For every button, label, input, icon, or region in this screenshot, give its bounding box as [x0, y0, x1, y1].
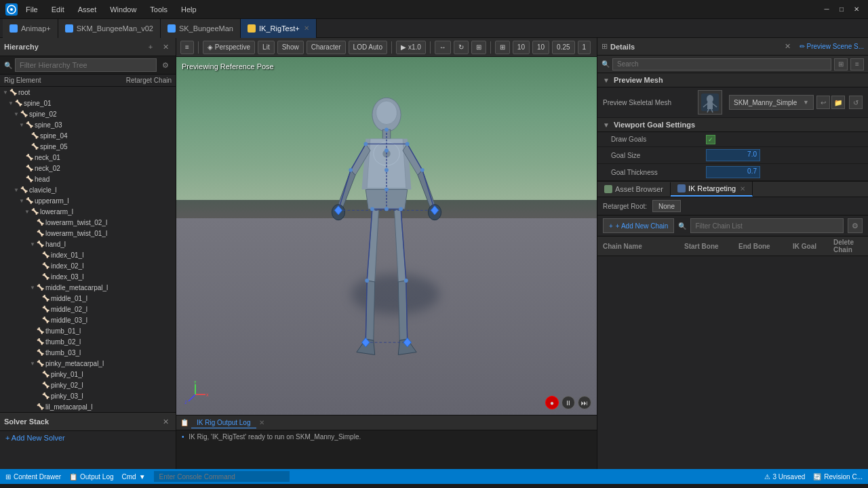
viewport-character-btn[interactable]: Character [307, 41, 346, 54]
bone-pinky02[interactable]: 🦴 pinky_02_l [0, 380, 176, 390]
viewport-num3-btn[interactable]: 0.25 [552, 41, 574, 54]
bone-thumb02[interactable]: 🦴 thumb_02_l [0, 336, 176, 347]
bone-upperarm-l[interactable]: ▼ 🦴 upperarm_l [0, 195, 176, 206]
chain-filter-input[interactable] [690, 218, 844, 233]
record-button[interactable]: ● [545, 396, 559, 409]
ik-retargeting-tab-close[interactable]: ✕ [740, 185, 745, 192]
hierarchy-close-btn[interactable]: ✕ [159, 41, 172, 53]
bone-middle03[interactable]: 🦴 middle_03_l [0, 314, 176, 325]
bone-root[interactable]: ▼ 🦴 root [0, 87, 176, 98]
maximize-button[interactable]: □ [835, 3, 848, 16]
mesh-open-btn[interactable]: 📁 [831, 96, 845, 109]
bone-middle02[interactable]: 🦴 middle_02_l [0, 304, 176, 314]
tab-skm-bungee[interactable]: SKM_BungeeMan_v02 [58, 19, 161, 38]
skeletal-mesh-selector[interactable]: SKM_Manny_Simple ▼ [729, 95, 814, 110]
close-button[interactable]: ✕ [850, 3, 863, 16]
mesh-reset-btn[interactable]: ↺ [849, 96, 863, 109]
viewport-grid-btn[interactable]: ⊞ [495, 41, 510, 54]
log-close-btn[interactable]: ✕ [259, 419, 264, 426]
viewport-translate-btn[interactable]: ↔ [435, 41, 451, 54]
viewport-num1-btn[interactable]: 10 [513, 41, 530, 54]
tab-sk-bungee[interactable]: SK_BungeeMan [161, 19, 241, 38]
viewport-lit-btn[interactable]: Lit [258, 41, 275, 54]
bone-hand-l[interactable]: ▼ 🦴 hand_l [0, 239, 176, 249]
details-view-list-btn[interactable]: ≡ [850, 58, 864, 70]
tab-ik-close[interactable]: ✕ [304, 24, 309, 32]
bone-spine01[interactable]: ▼ 🦴 spine_01 [0, 98, 176, 108]
forward-button[interactable]: ⏭ [578, 396, 591, 409]
add-chain-button[interactable]: + + Add New Chain [603, 218, 674, 233]
menu-window[interactable]: Window [107, 4, 139, 15]
menu-help[interactable]: Help [178, 4, 199, 15]
bone-middle-metacarpal[interactable]: ▼ 🦴 middle_metacarpal_l [0, 282, 176, 293]
bone-pinky03[interactable]: 🦴 pinky_03_l [0, 390, 176, 401]
tab-ik-rigtest[interactable]: IK_RigTest+ ✕ [241, 19, 317, 38]
retarget-root-dropdown[interactable]: None [652, 200, 681, 212]
bone-neck02[interactable]: 🦴 neck_02 [0, 163, 176, 174]
bone-neck01[interactable]: 🦴 neck_01 [0, 152, 176, 163]
bone-lowerarm-twist01[interactable]: 🦴 lowerarm_twist_01_l [0, 228, 176, 239]
details-search-input[interactable] [612, 58, 831, 70]
log-content: • IK Rig, 'IK_RigTest' ready to run on S… [176, 430, 597, 469]
chain-settings-btn[interactable]: ⚙ [848, 218, 863, 233]
viewport-rotate-btn[interactable]: ↻ [454, 41, 469, 54]
bone-index03[interactable]: 🦴 index_03_l [0, 271, 176, 282]
bone-thumb03[interactable]: 🦴 thumb_03_l [0, 347, 176, 358]
viewport-show-btn[interactable]: Show [277, 41, 304, 54]
draw-goals-checkbox[interactable]: ✓ [706, 135, 715, 144]
viewport-num2-btn[interactable]: 10 [532, 41, 549, 54]
output-log-btn[interactable]: 📋 Output Log [69, 473, 113, 481]
minimize-button[interactable]: ─ [821, 3, 833, 16]
viewport-goal-section-header[interactable]: ▼ Viewport Goal Settings [597, 118, 868, 132]
bone-lil-metacarpal[interactable]: 🦴 lil_metacarpal_l [0, 401, 176, 412]
hierarchy-search-input[interactable] [15, 58, 157, 72]
bone-spine02[interactable]: ▼ 🦴 spine_02 [0, 108, 176, 119]
bone-spine05[interactable]: 🦴 spine_05 [0, 141, 176, 152]
goal-thickness-input[interactable]: 0.7 [706, 166, 760, 178]
pause-button[interactable]: ⏸ [561, 396, 575, 409]
bone-index01[interactable]: 🦴 index_01_l [0, 249, 176, 260]
viewport-lod-btn[interactable]: LOD Auto [349, 41, 387, 54]
bone-lowerarm-l[interactable]: ▼ 🦴 lowerarm_l [0, 206, 176, 217]
bone-pinky01[interactable]: 🦴 pinky_01_l [0, 369, 176, 380]
hierarchy-settings-btn[interactable]: ⚙ [159, 59, 172, 71]
hierarchy-add-btn[interactable]: + [144, 41, 157, 53]
console-input[interactable] [154, 471, 290, 482]
solver-stack-close-btn[interactable]: ✕ [159, 415, 172, 428]
goal-size-input[interactable]: 7.0 [706, 149, 760, 161]
ik-retargeting-tab[interactable]: IK Retargeting ✕ [671, 182, 753, 197]
viewport-canvas[interactable]: Previewing Reference Pose X Y Z [176, 57, 597, 415]
details-view-grid-btn[interactable]: ⊞ [834, 58, 848, 70]
log-tab[interactable]: IK Rig Output Log [191, 418, 256, 428]
menu-file[interactable]: File [23, 4, 41, 15]
bone-middle01[interactable]: 🦴 middle_01_l [0, 293, 176, 304]
menu-edit[interactable]: Edit [49, 4, 67, 15]
details-close-btn[interactable]: ✕ [782, 41, 794, 53]
viewport-play-btn[interactable]: ▶ x1.0 [396, 41, 426, 54]
bone-clavicle-l[interactable]: ▼ 🦴 clavicle_l [0, 184, 176, 195]
viewport-scale-btn[interactable]: ⊞ [471, 41, 486, 54]
mesh-browse-btn[interactable]: ↩ [816, 96, 830, 109]
bone-thumb01[interactable]: 🦴 thumb_01_l [0, 325, 176, 336]
retarget-chain-btn[interactable]: Retarget Chain [126, 77, 172, 84]
bone-head[interactable]: 🦴 head [0, 174, 176, 184]
bone-pinky-metacarpal[interactable]: ▼ 🦴 pinky_metacarpal_l [0, 358, 176, 369]
menu-asset[interactable]: Asset [75, 4, 100, 15]
bone-index02[interactable]: 🦴 index_02_l [0, 260, 176, 271]
viewport-hamburger-btn[interactable]: ≡ [180, 41, 194, 54]
revision-indicator[interactable]: 🔄 Revision C... [813, 473, 863, 481]
bone-lowerarm-twist02[interactable]: 🦴 lowerarm_twist_02_l [0, 217, 176, 228]
add-solver-button[interactable]: + Add New Solver [0, 431, 176, 445]
preview-mesh-section-header[interactable]: ▼ Preview Mesh [597, 73, 868, 87]
bone-spine04[interactable]: 🦴 spine_04 [0, 130, 176, 141]
asset-browser-tab[interactable]: Asset Browser [597, 182, 671, 196]
cmd-dropdown[interactable]: Cmd ▼ [122, 473, 146, 481]
content-drawer-btn[interactable]: ⊞ Content Drawer [5, 473, 61, 481]
unsaved-indicator[interactable]: ⚠ 3 Unsaved [764, 473, 806, 481]
viewport-num4-btn[interactable]: 1 [578, 41, 591, 54]
viewport-perspective-btn[interactable]: ◈ Perspective [203, 41, 255, 54]
viewport-status: Previewing Reference Pose [182, 62, 274, 70]
menu-tools[interactable]: Tools [147, 4, 170, 15]
bone-spine03[interactable]: ▼ 🦴 spine_03 [0, 119, 176, 130]
tab-animap[interactable]: Animap+ [3, 19, 58, 38]
